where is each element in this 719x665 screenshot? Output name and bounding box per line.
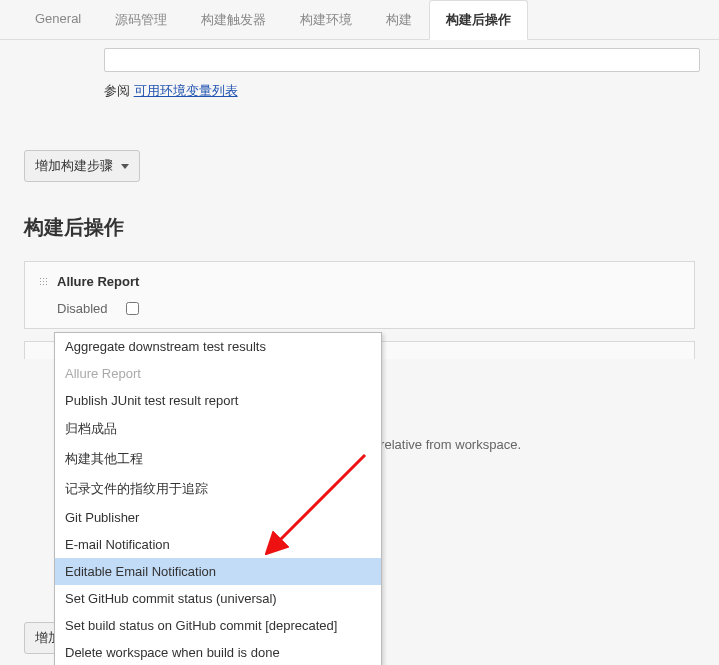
path-hint-partial: s relative from workspace. xyxy=(364,437,695,452)
postbuild-section-title: 构建后操作 xyxy=(24,214,695,241)
add-build-step-button[interactable]: 增加构建步骤 xyxy=(24,150,140,182)
build-step-remainder: 参阅 可用环境变量列表 xyxy=(104,48,695,100)
disabled-checkbox[interactable] xyxy=(126,302,139,315)
add-build-step-label: 增加构建步骤 xyxy=(35,157,113,175)
tab-postbuild[interactable]: 构建后操作 xyxy=(429,0,528,40)
tab-triggers[interactable]: 构建触发器 xyxy=(184,0,283,40)
menu-item[interactable]: 归档成品 xyxy=(55,414,381,444)
tab-general[interactable]: General xyxy=(18,0,98,40)
menu-item[interactable]: Publish JUnit test result report xyxy=(55,387,381,414)
menu-item[interactable]: Set GitHub commit status (universal) xyxy=(55,585,381,612)
disabled-label: Disabled xyxy=(57,301,108,316)
postbuild-action-menu: Aggregate downstream test resultsAllure … xyxy=(54,332,382,665)
tab-env[interactable]: 构建环境 xyxy=(283,0,369,40)
tab-scm[interactable]: 源码管理 xyxy=(98,0,184,40)
menu-item[interactable]: Editable Email Notification xyxy=(55,558,381,585)
menu-item[interactable]: Set build status on GitHub commit [depre… xyxy=(55,612,381,639)
menu-item[interactable]: E-mail Notification xyxy=(55,531,381,558)
tab-build[interactable]: 构建 xyxy=(369,0,429,40)
allure-report-panel: Allure Report Disabled xyxy=(24,261,695,329)
menu-item: Allure Report xyxy=(55,360,381,387)
allure-panel-title: Allure Report xyxy=(57,274,139,289)
menu-item[interactable]: Aggregate downstream test results xyxy=(55,333,381,360)
drag-handle-icon[interactable] xyxy=(39,277,49,287)
config-tabs: General 源码管理 构建触发器 构建环境 构建 构建后操作 xyxy=(0,0,719,40)
menu-item[interactable]: 记录文件的指纹用于追踪 xyxy=(55,474,381,504)
menu-item[interactable]: Delete workspace when build is done xyxy=(55,639,381,665)
menu-item[interactable]: Git Publisher xyxy=(55,504,381,531)
env-vars-link[interactable]: 可用环境变量列表 xyxy=(134,83,238,98)
menu-item[interactable]: 构建其他工程 xyxy=(55,444,381,474)
refer-prefix: 参阅 xyxy=(104,83,134,98)
text-input[interactable] xyxy=(104,48,700,72)
